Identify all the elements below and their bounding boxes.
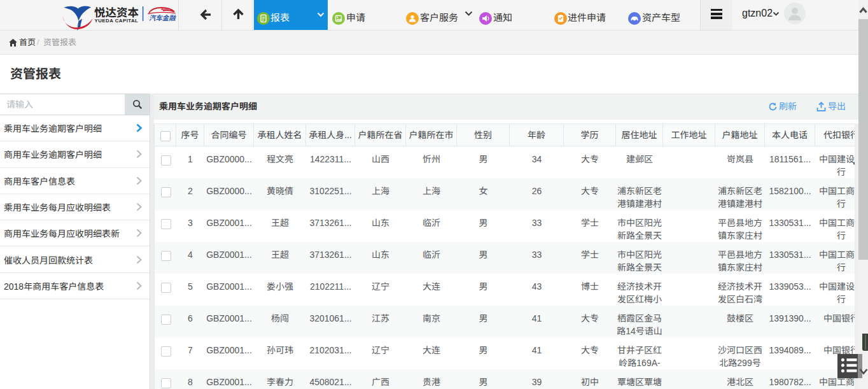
svg-text:auto: auto <box>161 7 169 11</box>
svg-text:YUEDA CAPITAL: YUEDA CAPITAL <box>95 18 139 24</box>
svg-text:汽车金融: 汽车金融 <box>149 13 176 22</box>
svg-text:悦达资本: 悦达资本 <box>94 4 139 20</box>
